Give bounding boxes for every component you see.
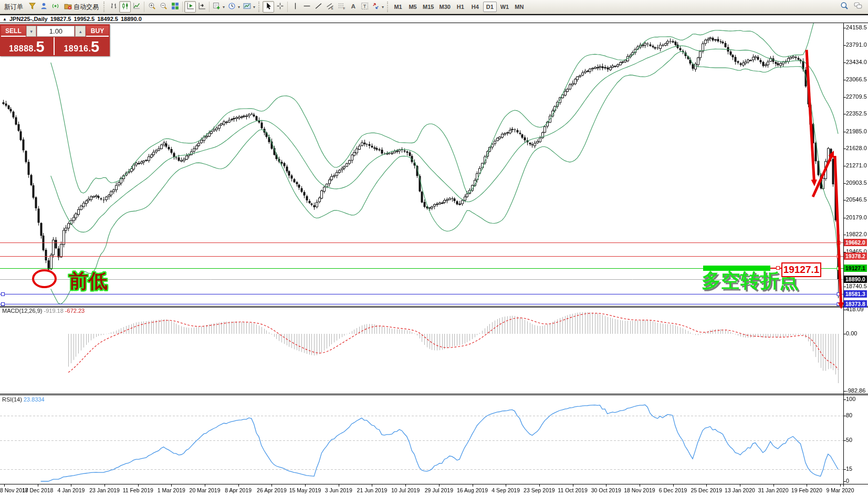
timeframe-mn[interactable]: MN [513,2,526,12]
buy-price[interactable]: 18916.5 [55,37,109,55]
macd-signal-value: -672.23 [65,308,85,314]
toolbar-grip [387,2,389,12]
timeframe-w1[interactable]: W1 [498,2,511,12]
rsi-axis-label: 0 [846,478,849,484]
buy-price-int: 18916 [64,44,88,54]
vertical-line-icon [291,2,299,12]
volume-increase-button[interactable]: ▴ [75,26,86,37]
price-axis-label: 23791.0 [846,41,867,48]
text-label-button[interactable]: T [359,1,370,13]
toolbar-grip [258,2,260,12]
sell-button[interactable]: SELL [1,26,26,37]
sell-price[interactable]: 18888.5 [0,37,55,55]
price-level-badge[interactable]: 18581.3 [844,290,867,298]
funnel-icon [28,2,36,12]
bar-chart-button[interactable] [108,1,119,13]
market-watch-button[interactable] [38,1,49,13]
auto-trading-button[interactable]: 自动交易 [61,1,102,13]
chevron-down-icon: ▾ [223,5,225,9]
sell-price-big-digit: 5 [36,40,44,54]
fibonacci-icon: F [338,2,346,12]
timeframe-m15[interactable]: M15 [421,2,436,12]
text-button[interactable]: A [347,1,359,13]
new-order-label: 新订单 [4,3,23,12]
timeframe-m1[interactable]: M1 [391,2,405,12]
buy-button[interactable]: BUY [86,26,109,37]
cursor-button[interactable] [263,1,274,13]
mt4-window: 新订单 自动交易 ▾ ▾ ▾ E F A T ▾ [0,0,868,496]
price-axis-label: 19822.0 [846,231,867,237]
macd-name: MACD(12,26,9) [2,308,42,314]
support-highlight-bar[interactable] [703,266,770,271]
new-chart-icon [213,2,221,12]
rsi-name: RSI(14) [2,396,22,403]
flag-connector-handle[interactable] [776,266,780,270]
signal-button[interactable] [49,1,61,13]
search-button[interactable] [839,1,850,13]
collapse-arrow-icon[interactable]: ▲ [3,17,7,22]
timeframe-h4[interactable]: H4 [468,2,482,12]
horizontal-line-icon [303,2,311,12]
trendline-button[interactable] [312,1,324,13]
price-axis-label: 22709.5 [846,93,867,100]
tile-windows-button[interactable] [169,1,181,13]
new-order-button[interactable]: 新订单 [1,1,26,13]
channel-icon: E [326,2,334,12]
templates-button[interactable]: ▾ [242,1,257,13]
support-price-flag[interactable]: 19127.1 [781,262,821,277]
price-level-badge[interactable]: 19378.2 [844,252,867,260]
chevron-down-icon: ▾ [382,5,384,9]
new-chart-button[interactable]: ▾ [211,1,226,13]
horizontal-line-button[interactable] [301,1,312,13]
zoom-in-button[interactable] [146,1,158,13]
symbol-period-label: JPN225-,Daily [9,16,48,22]
channel-button[interactable]: E [324,1,336,13]
price-level-badge[interactable]: 18890.0 [844,276,867,283]
zoom-out-button[interactable] [158,1,169,13]
arrows-button[interactable]: ▾ [370,1,385,13]
timeframe-h1[interactable]: H1 [454,2,467,12]
volume-input[interactable] [37,26,75,37]
candlestick-chart-button[interactable] [119,1,131,13]
sell-price-int: 18888 [9,44,34,54]
price-axis-label: 23066.5 [846,76,867,82]
bar-chart-icon [110,2,118,12]
timeframe-d1[interactable]: D1 [483,2,497,12]
person-icon [40,2,48,12]
price-axis-label: 20179.0 [846,214,867,220]
ohlc-open: 19827.5 [50,16,71,22]
candlestick-icon [121,2,129,12]
previous-low-circle-annotation[interactable] [32,269,57,288]
price-level-badge[interactable]: 19662.0 [844,239,867,246]
line-chart-button[interactable] [131,1,142,13]
chart-shift-button[interactable] [196,1,207,13]
previous-low-text-annotation[interactable]: 前低 [69,271,108,291]
chart-shift-icon [198,2,206,12]
line-left-handle[interactable] [1,302,5,306]
price-axis-label: 20903.5 [846,180,867,186]
toolbar-separator [182,2,183,12]
price-chart-canvas[interactable] [0,23,868,496]
arrows-icon [372,2,380,12]
macd-main-value: -919.18 [44,308,63,314]
macd-axis-label: -982.86 [846,387,865,394]
periods-button[interactable]: ▾ [226,1,242,13]
toolbar-right-group [839,1,867,13]
window-divider [0,14,868,15]
price-axis-label: 21628.0 [846,145,867,151]
profiles-button[interactable] [26,1,38,13]
price-level-badge[interactable]: 19127.1 [844,265,867,272]
timeframe-m30[interactable]: M30 [437,2,452,12]
crosshair-button[interactable] [274,1,286,13]
line-left-handle[interactable] [1,292,5,296]
vertical-line-button[interactable] [289,1,301,13]
timeframe-m5[interactable]: M5 [406,2,420,12]
price-level-badge[interactable]: 18373.8 [844,300,867,308]
auto-scroll-button[interactable] [184,1,196,13]
one-click-trade-panel: SELL ▾ ▴ BUY 18888.5 18916.5 [0,24,110,56]
macd-axis-label: 0.00 [846,330,857,336]
fibonacci-button[interactable]: F [336,1,347,13]
volume-decrease-button[interactable]: ▾ [26,26,37,37]
auto-trading-label: 自动交易 [74,3,99,12]
chat-button[interactable] [852,1,864,13]
